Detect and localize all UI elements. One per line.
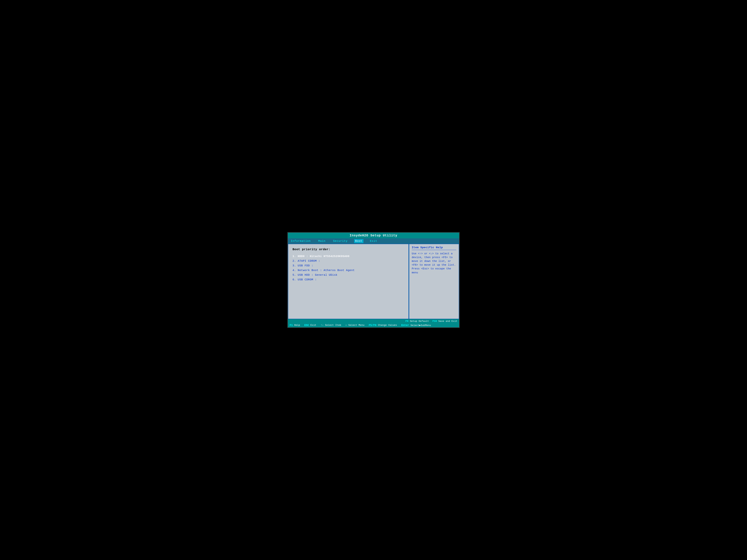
nav-exit[interactable]: Exit — [369, 239, 378, 243]
boot-item-6-number: 6. — [292, 278, 298, 281]
esc-desc: Exit — [310, 324, 316, 326]
nav-information[interactable]: Information — [290, 239, 312, 243]
f1-key: F1 — [290, 324, 293, 327]
boot-item-2-number: 2. — [292, 259, 298, 263]
boot-item-3-number: 3. — [292, 264, 298, 267]
status-bottom: F1 Help ESC Exit ↑↓ Select Item ↔ Select… — [288, 323, 459, 327]
boot-list: 1. HDD0 : Hitachi HTS542520K9SA00 2. ATA… — [292, 254, 404, 282]
updown-key: ↑↓ — [320, 324, 324, 326]
boot-item-5-label: USB HDD : General UDisk — [298, 273, 337, 276]
boot-item-3[interactable]: 3. USB FDD : — [292, 264, 404, 268]
f10-group: F10 Save and Exit — [432, 320, 457, 323]
boot-title: Boot priority order: — [292, 248, 404, 251]
nav-bar: Information Main Security Boot Exit — [288, 238, 459, 244]
title-bar: InsydeH2O Setup Utility — [288, 233, 459, 238]
boot-item-2[interactable]: 2. ATAPI CDROM : — [292, 259, 404, 263]
nav-main[interactable]: Main — [317, 239, 327, 243]
boot-item-6[interactable]: 6. USB CDROM : — [292, 278, 404, 282]
boot-item-6-label: USB CDROM : — [298, 278, 317, 281]
leftright-desc: Select Menu — [349, 324, 364, 326]
f9-key: F9 — [406, 320, 408, 323]
boot-item-5[interactable]: 5. USB HDD : General UDisk — [292, 273, 404, 277]
f5f6-group: F5/F6 Change Values — [369, 324, 397, 327]
help-text: Use <↑> or <↓> to select a device, then … — [412, 252, 456, 275]
boot-item-4[interactable]: 4. Network Boot : Atheros Boot Agent — [292, 268, 404, 272]
f1-group: F1 Help — [290, 324, 300, 327]
f5f6-desc: Change Values — [378, 324, 397, 326]
f10-key: F10 — [432, 320, 437, 323]
status-bar: F9 Setup Default F10 Save and Exit F1 He… — [288, 319, 459, 327]
right-panel: Item Specific Help Use <↑> or <↓> to sel… — [409, 244, 459, 319]
f10-desc: Save and Exit — [438, 320, 457, 323]
f5f6-key: F5/F6 — [369, 324, 377, 327]
updown-group: ↑↓ Select Item — [320, 324, 341, 326]
boot-item-4-label: Network Boot : Atheros Boot Agent — [298, 269, 355, 272]
esc-group: ESC Exit — [304, 324, 316, 327]
f9-desc: Setup Default — [410, 320, 429, 323]
boot-item-3-label: USB FDD : — [298, 264, 313, 267]
help-title: Item Specific Help — [412, 246, 456, 250]
boot-item-4-number: 4. — [292, 269, 298, 272]
f1-desc: Help — [294, 324, 300, 326]
boot-item-5-number: 5. — [292, 273, 298, 276]
title-text: InsydeH2O Setup Utility — [350, 234, 397, 237]
nav-boot[interactable]: Boot — [354, 239, 363, 243]
enter-desc: Select▶SubMenu — [411, 324, 431, 327]
boot-item-2-label: ATAPI CDROM : — [298, 259, 320, 263]
boot-item-1-label: HDD0 : Hitachi HTS542520K9SA00 — [298, 255, 350, 258]
f9-group: F9 Setup Default — [406, 320, 429, 323]
content-area: Boot priority order: 1. HDD0 : Hitachi H… — [288, 244, 459, 319]
left-panel: Boot priority order: 1. HDD0 : Hitachi H… — [288, 244, 409, 319]
enter-key: Enter — [401, 324, 409, 327]
bios-screen: InsydeH2O Setup Utility Information Main… — [287, 232, 460, 328]
leftright-group: ↔ Select Menu — [345, 324, 364, 326]
nav-security[interactable]: Security — [332, 239, 349, 243]
boot-item-1-number: 1. — [292, 255, 298, 258]
updown-desc: Select Item — [325, 324, 341, 326]
esc-key: ESC — [304, 324, 309, 327]
boot-item-1[interactable]: 1. HDD0 : Hitachi HTS542520K9SA00 — [292, 254, 404, 258]
enter-group: Enter Select▶SubMenu — [401, 324, 431, 327]
status-top: F9 Setup Default F10 Save and Exit — [288, 319, 459, 323]
leftright-key: ↔ — [345, 324, 347, 326]
